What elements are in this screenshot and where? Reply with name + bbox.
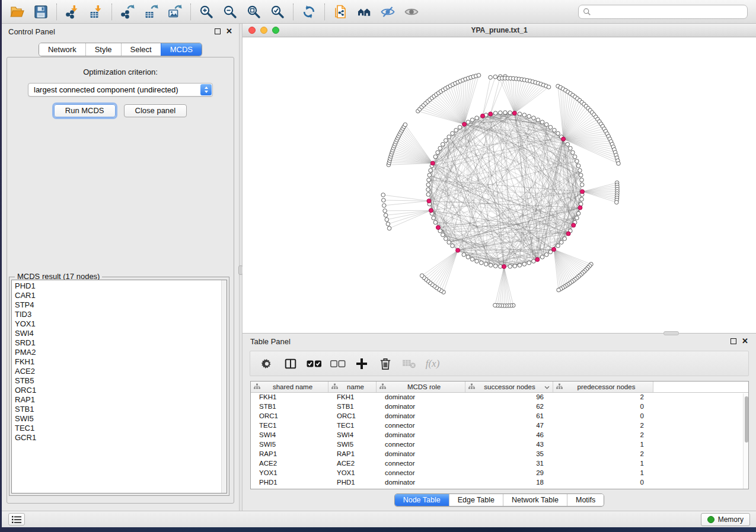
network-node[interactable]: [540, 255, 544, 259]
table-row[interactable]: TEC1TEC1connector472: [251, 422, 743, 431]
network-node[interactable]: [428, 173, 432, 177]
network-leaf-node[interactable]: [493, 303, 497, 307]
refresh-button[interactable]: [297, 2, 321, 22]
tab-style[interactable]: Style: [85, 43, 121, 56]
mcds-result-item[interactable]: ACE2: [15, 367, 227, 376]
table-row[interactable]: RAP1RAP1dominator352: [251, 450, 743, 460]
tab-motifs[interactable]: Motifs: [567, 494, 604, 506]
network-node[interactable]: [427, 178, 431, 182]
network-hub-node[interactable]: [429, 209, 433, 213]
optimization-criterion-select[interactable]: largest connected component (undirected): [28, 83, 213, 97]
import-network-button[interactable]: [60, 2, 84, 22]
close-table-panel-icon[interactable]: ✕: [742, 338, 748, 344]
network-node[interactable]: [566, 142, 570, 146]
network-leaf-node[interactable]: [383, 209, 387, 213]
open-button[interactable]: [5, 2, 29, 22]
network-node[interactable]: [489, 263, 493, 267]
tab-network-table[interactable]: Network Table: [503, 494, 567, 506]
network-node[interactable]: [444, 237, 448, 241]
network-node[interactable]: [576, 164, 580, 168]
network-node[interactable]: [436, 150, 440, 155]
mcds-result-item[interactable]: STP4: [15, 300, 227, 310]
close-panel-icon[interactable]: ✕: [226, 28, 232, 34]
network-node[interactable]: [575, 216, 579, 220]
network-leaf-node[interactable]: [384, 213, 388, 217]
network-node[interactable]: [493, 264, 497, 268]
export-image-button[interactable]: [163, 2, 187, 22]
minimize-window-icon[interactable]: [260, 27, 267, 34]
network-node[interactable]: [493, 111, 497, 116]
zoom-fit-button[interactable]: [242, 2, 266, 22]
tab-node-table[interactable]: Node Table: [395, 494, 449, 506]
mcds-result-item[interactable]: SRD1: [15, 338, 227, 348]
network-leaf-node[interactable]: [547, 85, 551, 89]
network-node[interactable]: [470, 118, 474, 122]
network-node[interactable]: [573, 155, 577, 159]
float-panel-icon[interactable]: [215, 28, 221, 34]
network-node[interactable]: [532, 259, 536, 264]
network-hub-node[interactable]: [578, 206, 582, 210]
network-node[interactable]: [563, 237, 567, 241]
network-node[interactable]: [432, 216, 436, 220]
network-leaf-node[interactable]: [615, 200, 619, 204]
checked-columns-button[interactable]: [303, 353, 325, 374]
network-node[interactable]: [447, 135, 451, 139]
tab-mcds[interactable]: MCDS: [161, 43, 202, 56]
network-leaf-node[interactable]: [381, 193, 385, 197]
mcds-result-item[interactable]: RAP1: [15, 395, 227, 405]
table-scrollbar[interactable]: [743, 393, 748, 489]
network-leaf-node[interactable]: [557, 288, 561, 292]
network-node[interactable]: [575, 159, 579, 164]
table-row[interactable]: ACE2ACE2connector311: [251, 460, 743, 469]
float-table-panel-icon[interactable]: [731, 338, 736, 344]
mcds-result-item[interactable]: CAR1: [15, 291, 227, 300]
network-node[interactable]: [433, 155, 438, 159]
network-hub-node[interactable]: [430, 161, 435, 165]
network-hub-node[interactable]: [489, 112, 493, 116]
network-node[interactable]: [527, 114, 531, 118]
network-node[interactable]: [544, 123, 548, 127]
network-hub-node[interactable]: [572, 223, 576, 227]
tab-network[interactable]: Network: [39, 43, 85, 56]
show-all-button[interactable]: [352, 2, 376, 22]
network-node[interactable]: [470, 257, 474, 261]
network-node[interactable]: [527, 261, 531, 265]
network-node[interactable]: [579, 202, 583, 206]
search-box[interactable]: [578, 5, 748, 19]
export-network-button[interactable]: [116, 2, 139, 22]
network-node[interactable]: [540, 120, 544, 124]
network-node[interactable]: [576, 211, 580, 216]
network-leaf-node[interactable]: [617, 162, 621, 166]
network-node[interactable]: [513, 264, 517, 268]
close-panel-button[interactable]: Close panel: [124, 104, 187, 117]
table-row[interactable]: STB1STB1dominator620: [251, 403, 743, 412]
network-window-titlebar[interactable]: YPA_prune.txt_1: [243, 24, 756, 37]
network-leaf-node[interactable]: [493, 75, 497, 79]
task-history-button[interactable]: [8, 513, 25, 525]
network-node[interactable]: [578, 168, 582, 172]
memory-button[interactable]: Memory: [701, 513, 750, 526]
table-scrollbar-thumb[interactable]: [745, 396, 748, 443]
network-node[interactable]: [571, 150, 575, 155]
new-from-selection-button[interactable]: [328, 2, 352, 22]
mcds-result-item[interactable]: SWI4: [15, 329, 227, 338]
network-node[interactable]: [462, 253, 466, 257]
result-list-scrollbar[interactable]: [221, 280, 227, 493]
import-table-button[interactable]: [84, 2, 108, 22]
network-node[interactable]: [441, 142, 445, 146]
zoom-selected-button[interactable]: [266, 2, 289, 22]
network-node[interactable]: [536, 118, 540, 122]
network-node[interactable]: [556, 132, 560, 136]
export-table-button[interactable]: [139, 2, 163, 22]
network-hub-node[interactable]: [502, 265, 506, 269]
network-leaf-node[interactable]: [385, 217, 389, 222]
search-input[interactable]: [591, 6, 747, 18]
zoom-in-button[interactable]: [194, 2, 218, 22]
network-node[interactable]: [466, 255, 470, 259]
mcds-result-item[interactable]: STB1: [15, 405, 227, 414]
network-hub-node[interactable]: [456, 248, 460, 252]
mcds-result-item[interactable]: PMA2: [15, 348, 227, 357]
close-window-icon[interactable]: [248, 27, 256, 34]
network-node[interactable]: [454, 129, 458, 133]
add-button[interactable]: [350, 353, 372, 374]
